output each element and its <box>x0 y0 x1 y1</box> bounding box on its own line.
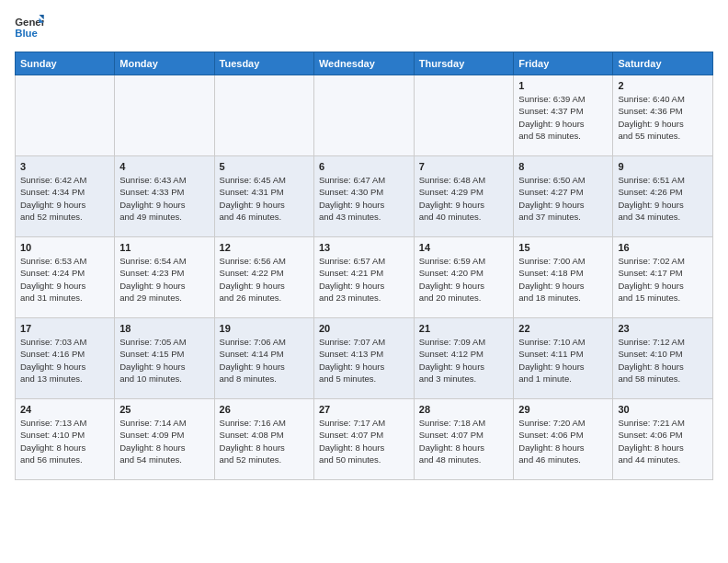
calendar-day-cell: 1Sunrise: 6:39 AM Sunset: 4:37 PM Daylig… <box>514 75 613 156</box>
calendar-week-row: 3Sunrise: 6:42 AM Sunset: 4:34 PM Daylig… <box>16 156 713 237</box>
calendar-day-cell: 17Sunrise: 7:03 AM Sunset: 4:16 PM Dayli… <box>16 318 115 399</box>
calendar-day-cell: 26Sunrise: 7:16 AM Sunset: 4:08 PM Dayli… <box>214 399 313 480</box>
calendar-day-cell <box>313 75 414 156</box>
day-info: Sunrise: 7:16 AM Sunset: 4:08 PM Dayligh… <box>220 417 309 465</box>
header: General Blue <box>15 15 713 40</box>
logo-icon: General Blue <box>15 15 44 40</box>
logo: General Blue <box>15 15 44 40</box>
calendar-day-cell <box>414 75 514 156</box>
calendar-day-cell: 30Sunrise: 7:21 AM Sunset: 4:06 PM Dayli… <box>613 399 713 480</box>
calendar-day-cell: 27Sunrise: 7:17 AM Sunset: 4:07 PM Dayli… <box>313 399 414 480</box>
day-number: 18 <box>119 323 209 334</box>
calendar-week-row: 24Sunrise: 7:13 AM Sunset: 4:10 PM Dayli… <box>16 399 713 480</box>
calendar-week-row: 1Sunrise: 6:39 AM Sunset: 4:37 PM Daylig… <box>16 75 713 156</box>
day-number: 11 <box>119 242 209 253</box>
calendar-day-cell: 24Sunrise: 7:13 AM Sunset: 4:10 PM Dayli… <box>16 399 115 480</box>
day-info: Sunrise: 6:43 AM Sunset: 4:33 PM Dayligh… <box>119 174 209 223</box>
day-number: 17 <box>20 323 109 334</box>
day-number: 27 <box>319 404 409 415</box>
day-info: Sunrise: 7:10 AM Sunset: 4:11 PM Dayligh… <box>518 336 608 385</box>
calendar-day-cell: 11Sunrise: 6:54 AM Sunset: 4:23 PM Dayli… <box>115 237 214 318</box>
day-number: 22 <box>518 323 608 334</box>
calendar-day-cell: 7Sunrise: 6:48 AM Sunset: 4:29 PM Daylig… <box>414 156 514 237</box>
day-info: Sunrise: 6:53 AM Sunset: 4:24 PM Dayligh… <box>20 255 109 304</box>
calendar-day-cell: 16Sunrise: 7:02 AM Sunset: 4:17 PM Dayli… <box>613 237 713 318</box>
calendar-week-row: 17Sunrise: 7:03 AM Sunset: 4:16 PM Dayli… <box>16 318 713 399</box>
day-number: 13 <box>319 242 409 253</box>
day-number: 30 <box>618 404 708 415</box>
day-number: 23 <box>618 323 708 334</box>
day-number: 28 <box>419 404 509 415</box>
day-info: Sunrise: 7:09 AM Sunset: 4:12 PM Dayligh… <box>419 336 509 385</box>
day-info: Sunrise: 6:42 AM Sunset: 4:34 PM Dayligh… <box>20 174 109 223</box>
day-info: Sunrise: 7:00 AM Sunset: 4:18 PM Dayligh… <box>518 255 608 304</box>
calendar-day-cell: 20Sunrise: 7:07 AM Sunset: 4:13 PM Dayli… <box>313 318 414 399</box>
day-info: Sunrise: 7:21 AM Sunset: 4:06 PM Dayligh… <box>618 417 708 465</box>
calendar-day-cell: 29Sunrise: 7:20 AM Sunset: 4:06 PM Dayli… <box>514 399 613 480</box>
day-info: Sunrise: 7:12 AM Sunset: 4:10 PM Dayligh… <box>618 336 708 385</box>
calendar-day-cell <box>115 75 214 156</box>
day-info: Sunrise: 7:20 AM Sunset: 4:06 PM Dayligh… <box>518 417 608 465</box>
day-number: 14 <box>419 242 509 253</box>
calendar-day-cell: 23Sunrise: 7:12 AM Sunset: 4:10 PM Dayli… <box>613 318 713 399</box>
day-info: Sunrise: 6:47 AM Sunset: 4:30 PM Dayligh… <box>319 174 409 223</box>
day-info: Sunrise: 6:56 AM Sunset: 4:22 PM Dayligh… <box>220 255 309 304</box>
day-number: 1 <box>518 80 608 91</box>
day-info: Sunrise: 7:03 AM Sunset: 4:16 PM Dayligh… <box>20 336 109 385</box>
calendar-day-cell: 5Sunrise: 6:45 AM Sunset: 4:31 PM Daylig… <box>214 156 313 237</box>
day-info: Sunrise: 7:13 AM Sunset: 4:10 PM Dayligh… <box>20 417 109 465</box>
day-info: Sunrise: 7:02 AM Sunset: 4:17 PM Dayligh… <box>618 255 708 304</box>
day-info: Sunrise: 6:39 AM Sunset: 4:37 PM Dayligh… <box>518 93 608 142</box>
calendar-day-cell: 18Sunrise: 7:05 AM Sunset: 4:15 PM Dayli… <box>115 318 214 399</box>
calendar-day-cell: 10Sunrise: 6:53 AM Sunset: 4:24 PM Dayli… <box>16 237 115 318</box>
day-info: Sunrise: 7:17 AM Sunset: 4:07 PM Dayligh… <box>319 417 409 465</box>
day-number: 4 <box>119 161 209 172</box>
calendar-day-cell: 15Sunrise: 7:00 AM Sunset: 4:18 PM Dayli… <box>514 237 613 318</box>
day-info: Sunrise: 6:48 AM Sunset: 4:29 PM Dayligh… <box>419 174 509 223</box>
calendar-day-cell: 14Sunrise: 6:59 AM Sunset: 4:20 PM Dayli… <box>414 237 514 318</box>
calendar-day-cell: 2Sunrise: 6:40 AM Sunset: 4:36 PM Daylig… <box>613 75 713 156</box>
day-number: 15 <box>518 242 608 253</box>
day-number: 20 <box>319 323 409 334</box>
day-number: 29 <box>518 404 608 415</box>
calendar-header-cell: Sunday <box>16 52 115 75</box>
calendar-header-cell: Wednesday <box>313 52 414 75</box>
calendar-day-cell: 21Sunrise: 7:09 AM Sunset: 4:12 PM Dayli… <box>414 318 514 399</box>
day-number: 5 <box>220 161 309 172</box>
day-info: Sunrise: 6:54 AM Sunset: 4:23 PM Dayligh… <box>119 255 209 304</box>
day-number: 12 <box>220 242 309 253</box>
calendar-day-cell: 4Sunrise: 6:43 AM Sunset: 4:33 PM Daylig… <box>115 156 214 237</box>
calendar-table: SundayMondayTuesdayWednesdayThursdayFrid… <box>15 52 713 480</box>
calendar-header-cell: Thursday <box>414 52 514 75</box>
svg-text:Blue: Blue <box>15 28 38 39</box>
calendar-header-row: SundayMondayTuesdayWednesdayThursdayFrid… <box>16 52 713 75</box>
day-info: Sunrise: 7:18 AM Sunset: 4:07 PM Dayligh… <box>419 417 509 465</box>
calendar-day-cell: 12Sunrise: 6:56 AM Sunset: 4:22 PM Dayli… <box>214 237 313 318</box>
calendar-day-cell <box>16 75 115 156</box>
day-info: Sunrise: 6:40 AM Sunset: 4:36 PM Dayligh… <box>618 93 708 142</box>
day-number: 2 <box>618 80 708 91</box>
day-info: Sunrise: 7:06 AM Sunset: 4:14 PM Dayligh… <box>220 336 309 385</box>
day-number: 6 <box>319 161 409 172</box>
calendar-day-cell: 25Sunrise: 7:14 AM Sunset: 4:09 PM Dayli… <box>115 399 214 480</box>
day-number: 21 <box>419 323 509 334</box>
day-info: Sunrise: 6:57 AM Sunset: 4:21 PM Dayligh… <box>319 255 409 304</box>
calendar-day-cell: 19Sunrise: 7:06 AM Sunset: 4:14 PM Dayli… <box>214 318 313 399</box>
calendar-day-cell: 22Sunrise: 7:10 AM Sunset: 4:11 PM Dayli… <box>514 318 613 399</box>
calendar-day-cell: 8Sunrise: 6:50 AM Sunset: 4:27 PM Daylig… <box>514 156 613 237</box>
day-info: Sunrise: 7:07 AM Sunset: 4:13 PM Dayligh… <box>319 336 409 385</box>
day-number: 8 <box>518 161 608 172</box>
calendar-day-cell: 3Sunrise: 6:42 AM Sunset: 4:34 PM Daylig… <box>16 156 115 237</box>
day-info: Sunrise: 7:14 AM Sunset: 4:09 PM Dayligh… <box>119 417 209 465</box>
day-number: 9 <box>618 161 708 172</box>
day-number: 3 <box>20 161 109 172</box>
day-info: Sunrise: 6:50 AM Sunset: 4:27 PM Dayligh… <box>518 174 608 223</box>
day-number: 16 <box>618 242 708 253</box>
calendar-day-cell: 6Sunrise: 6:47 AM Sunset: 4:30 PM Daylig… <box>313 156 414 237</box>
day-number: 24 <box>20 404 109 415</box>
day-number: 25 <box>119 404 209 415</box>
calendar-day-cell: 28Sunrise: 7:18 AM Sunset: 4:07 PM Dayli… <box>414 399 514 480</box>
calendar-header-cell: Tuesday <box>214 52 313 75</box>
day-info: Sunrise: 6:51 AM Sunset: 4:26 PM Dayligh… <box>618 174 708 223</box>
calendar-header-cell: Saturday <box>613 52 713 75</box>
